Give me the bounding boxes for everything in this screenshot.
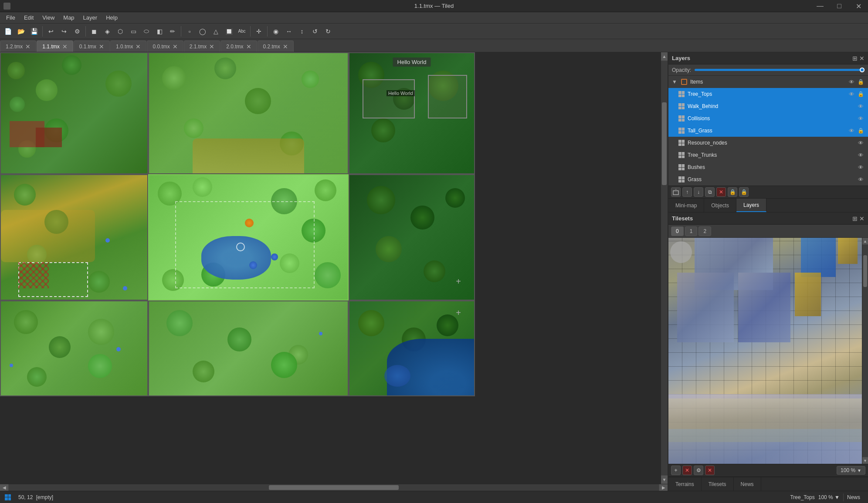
tab-0-2[interactable]: 0.2.tmx ✕ [258,41,294,52]
layers-float-btn[interactable]: ⊞ [852,55,858,62]
layer-item-treetops[interactable]: Tree_Tops 👁 🔒 [668,88,868,100]
manage-tilesets-btn[interactable]: ◉ [270,25,282,37]
layer-move-up-btn[interactable]: ↑ [682,187,692,197]
vscroll-down[interactable]: ▼ [661,475,668,484]
tab-2-0[interactable]: 2.0.tmx ✕ [220,41,257,52]
flip-v-btn[interactable]: ↕ [296,25,308,37]
undo-btn[interactable]: ↩ [45,25,57,37]
tab-1-0[interactable]: 1.0.tmx ✕ [110,41,146,52]
layer-eye-icon-wb[interactable]: 👁 [857,103,865,110]
layer-eye-icon-ttr[interactable]: 👁 [857,152,865,159]
opacity-slider[interactable] [695,69,865,71]
tilesets-close-btn[interactable]: ✕ [859,215,865,222]
menu-layer[interactable]: Layer [79,13,102,22]
hscroll-thumb[interactable] [269,485,399,490]
redo-btn[interactable]: ↪ [58,25,70,37]
map-cell-2-1[interactable]: + [349,174,475,300]
bottom-tab-news[interactable]: News [734,477,761,491]
panel-tab-minimap[interactable]: Mini-map [668,199,704,212]
tileset-tab-0[interactable]: 0 [671,226,684,236]
lock-btn[interactable]: 🔲 [223,25,235,37]
tab-close-0-1[interactable]: ✕ [99,43,104,50]
stamp-btn[interactable]: ◼ [88,25,100,37]
close-btn[interactable]: ✕ [849,0,868,12]
map-cell-1-2[interactable] [148,300,349,396]
layers-close-btn[interactable]: ✕ [859,55,865,62]
layer-eye-icon-grass[interactable]: 👁 [857,176,865,183]
layer-lock-icon[interactable]: 🔒 [857,79,865,85]
tab-2-1[interactable]: 2.1.tmx ✕ [184,41,220,52]
menu-view[interactable]: View [38,13,59,22]
select-rect-btn[interactable]: ▫ [183,25,196,37]
text-btn[interactable]: Abc [236,25,248,37]
tab-close-2-0[interactable]: ✕ [246,43,251,50]
layer-item-bushes[interactable]: Bushes 👁 [668,161,868,173]
menu-help[interactable]: Help [102,13,122,22]
tab-close-0-2[interactable]: ✕ [283,43,288,50]
layer-item-grass[interactable]: Grass 👁 [668,173,868,186]
layer-item-items[interactable]: ▼ Items 👁 🔒 [668,76,868,88]
rotate-l-btn[interactable]: ↺ [309,25,321,37]
tab-1-1[interactable]: 1.1.tmx ✕ [37,41,73,52]
tab-1-2[interactable]: 1.2.tmx ✕ [0,41,36,52]
settings-btn[interactable]: ⚙ [71,25,83,37]
tileset-properties-btn[interactable]: ⚙ [694,466,703,475]
open-file-btn[interactable]: 📂 [15,25,27,37]
tab-close-0-0[interactable]: ✕ [173,43,178,50]
layer-eye-icon-tg[interactable]: 👁 [848,128,855,134]
tileset-remove-red-btn[interactable]: ✕ [682,466,692,475]
map-cell-0-1[interactable] [0,174,148,300]
map-cell-0-2[interactable] [0,300,148,396]
layer-duplicate-btn[interactable]: ⧉ [705,187,715,197]
tileset-remove2-btn[interactable]: ✕ [705,466,715,475]
vscroll[interactable]: ▲ ▼ [661,52,668,484]
hscroll[interactable]: ◀ ▶ [0,484,668,491]
layer-eye-icon-res[interactable]: 👁 [857,140,865,146]
tileset-image[interactable] [668,238,862,464]
tileset-scroll-up[interactable]: ▲ [862,238,868,245]
tilesets-float-btn[interactable]: ⊞ [852,215,858,222]
layer-lock-icon-tt[interactable]: 🔒 [857,91,865,98]
layer-eye-icon-tt[interactable]: 👁 [848,91,855,98]
layer-move-down-btn[interactable]: ↓ [694,187,703,197]
layer-item-resources[interactable]: Resource_nodes 👁 [668,137,868,149]
shape-fill-btn[interactable]: ◧ [153,25,166,37]
map-cell-1-1[interactable] [148,174,349,300]
layer-item-treetrunks[interactable]: Tree_Trunks 👁 [668,149,868,161]
select-magic-btn[interactable]: ◈ [101,25,113,37]
hscroll-right[interactable]: ▶ [659,484,668,491]
vscroll-up[interactable]: ▲ [661,52,668,61]
tab-close-1-2[interactable]: ✕ [25,43,31,50]
layer-eye-icon-bush[interactable]: 👁 [857,164,865,171]
shape-rect-btn[interactable]: ▭ [127,25,139,37]
hscroll-left[interactable]: ◀ [0,484,9,491]
move-btn[interactable]: ✛ [253,25,265,37]
save-file-btn[interactable]: 💾 [28,25,40,37]
menu-map[interactable]: Map [59,13,78,22]
tileset-scroll-thumb[interactable] [863,255,867,287]
vscroll-thumb[interactable] [662,102,667,185]
map-cell-0-0[interactable] [0,52,148,174]
erase-btn[interactable]: ✏ [166,25,179,37]
menu-file[interactable]: File [2,13,20,22]
map-viewport[interactable]: Hello World Hello World [0,52,661,484]
new-file-btn[interactable]: 📄 [2,25,14,37]
select-ellipse-btn[interactable]: ◯ [197,25,209,37]
maximize-btn[interactable]: □ [830,0,849,12]
tileset-scrollbar[interactable]: ▲ ▼ [862,238,868,464]
layer-item-collisions[interactable]: Collisions 👁 [668,112,868,125]
layer-extra-btn[interactable]: 🔒 [739,187,749,197]
layer-item-tallgrass[interactable]: Tall_Grass 👁 🔒 [668,125,868,137]
rotate-r-btn[interactable]: ↻ [322,25,334,37]
tileset-scroll-down[interactable]: ▼ [862,457,868,464]
map-cell-2-2[interactable]: + [349,300,475,396]
bottom-tab-tilesets[interactable]: Tilesets [702,477,734,491]
layer-eye-icon[interactable]: 👁 [848,79,855,85]
tileset-add-btn[interactable]: + [671,466,681,475]
tab-close-2-1[interactable]: ✕ [209,43,214,50]
layer-eye-icon-col[interactable]: 👁 [857,115,865,122]
map-cell-2-0[interactable]: Hello World Hello World [349,52,475,174]
tileset-zoom-display[interactable]: 100 % ▼ [837,466,865,475]
layer-lock-icon-tg[interactable]: 🔒 [857,128,865,134]
bottom-tab-terrains[interactable]: Terrains [668,477,702,491]
